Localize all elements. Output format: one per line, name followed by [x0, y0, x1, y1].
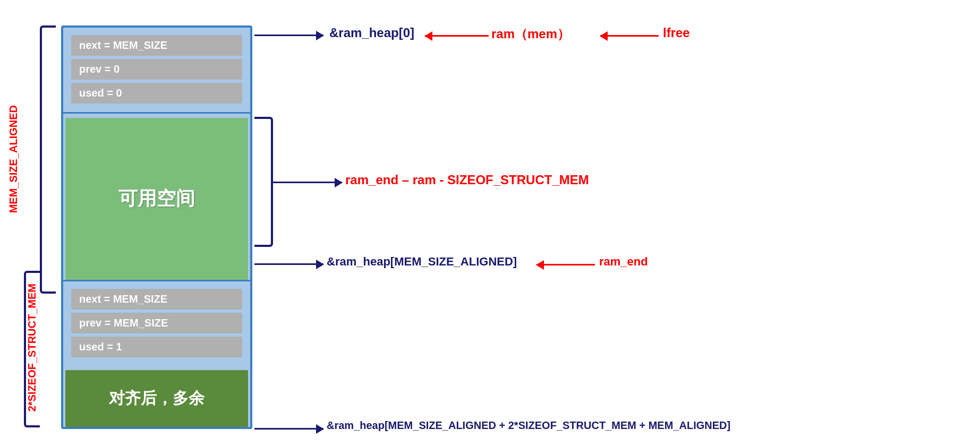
- extra-space: 对齐后，多余: [65, 370, 248, 427]
- top-prev-field: prev = 0: [71, 59, 242, 80]
- struct-top: next = MEM_SIZE prev = 0 used = 0: [63, 28, 250, 114]
- top-next-field: next = MEM_SIZE: [71, 35, 242, 56]
- arrow-ram-heap-0: [254, 35, 323, 36]
- memory-block: next = MEM_SIZE prev = 0 used = 0 可用空间 n…: [61, 25, 252, 429]
- arrow-available-formula: [273, 182, 342, 183]
- diagram-container: MEM_SIZE_ALIGNED 2*SIZEOF_STRUCT_MEM nex…: [0, 11, 980, 446]
- lfree-label: lfree: [663, 25, 690, 40]
- bottom-used-field: used = 1: [71, 337, 242, 357]
- ram-heap-aligned-label: &ram_heap[MEM_SIZE_ALIGNED]: [327, 255, 517, 269]
- extra-space-text: 对齐后，多余: [109, 388, 204, 409]
- arrow-red-ram-mem: [425, 35, 489, 37]
- ram-heap-bottom-label: &ram_heap[MEM_SIZE_ALIGNED + 2*SIZEOF_ST…: [327, 419, 730, 432]
- bottom-prev-field: prev = MEM_SIZE: [71, 313, 242, 333]
- brace-small: [24, 271, 40, 427]
- mem-size-aligned-label: MEM_SIZE_ALIGNED: [5, 27, 21, 292]
- brace-large: [40, 25, 56, 294]
- available-space-text: 可用空间: [118, 186, 195, 212]
- brace-right-available: [254, 117, 273, 247]
- ram-heap-0-label: &ram_heap[0]: [329, 25, 414, 40]
- ram-mem-label: ram（mem）: [491, 25, 570, 42]
- ram-end-formula-label: ram_end – ram - SIZEOF_STRUCT_MEM: [345, 173, 589, 187]
- ram-end-label: ram_end: [599, 255, 648, 269]
- arrow-red-ram-end: [536, 264, 595, 265]
- arrow-red-lfree: [600, 35, 659, 37]
- struct-bottom: next = MEM_SIZE prev = MEM_SIZE used = 1: [63, 280, 250, 366]
- top-used-field: used = 0: [71, 83, 242, 104]
- arrow-ram-heap-aligned: [254, 263, 323, 265]
- arrow-ram-heap-bottom: [254, 428, 323, 430]
- bottom-next-field: next = MEM_SIZE: [71, 289, 242, 310]
- available-space: 可用空间: [65, 118, 248, 280]
